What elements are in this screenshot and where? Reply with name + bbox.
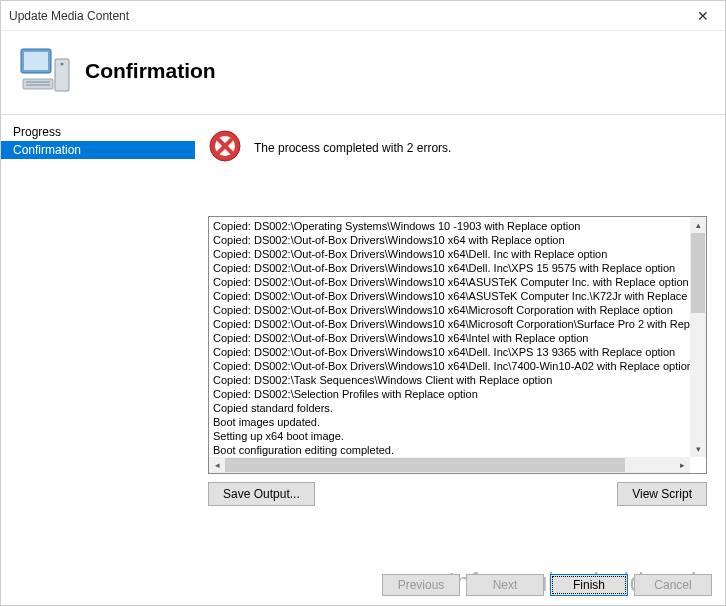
log-line: Copied: DS002:\Operating Systems\Windows… bbox=[213, 219, 702, 233]
finish-button[interactable]: Finish bbox=[550, 574, 628, 596]
vscroll-track[interactable] bbox=[690, 233, 706, 441]
log-line: Boot images updated. bbox=[213, 415, 702, 429]
close-icon: ✕ bbox=[697, 8, 709, 24]
titlebar: Update Media Content ✕ bbox=[1, 1, 725, 31]
log-line: Copied: DS002:\Out-of-Box Drivers\Window… bbox=[213, 345, 702, 359]
view-script-button[interactable]: View Script bbox=[617, 482, 707, 506]
sidebar-item-confirmation[interactable]: Confirmation bbox=[1, 141, 195, 159]
svg-rect-1 bbox=[24, 52, 48, 70]
log-line: Copied: DS002:\Out-of-Box Drivers\Window… bbox=[213, 359, 702, 373]
vscroll-thumb[interactable] bbox=[691, 233, 705, 313]
log-line: Setting up x64 boot image. bbox=[213, 429, 702, 443]
previous-button: Previous bbox=[382, 574, 460, 596]
vertical-scrollbar[interactable]: ▴ ▾ bbox=[690, 217, 706, 457]
content-area: The process completed with 2 errors. Cop… bbox=[196, 115, 725, 506]
log-line: Copied: DS002:\Out-of-Box Drivers\Window… bbox=[213, 233, 702, 247]
log-line: Copied: DS002:\Out-of-Box Drivers\Window… bbox=[213, 275, 702, 289]
scroll-right-icon[interactable]: ▸ bbox=[674, 457, 690, 473]
svg-rect-5 bbox=[26, 81, 50, 83]
svg-rect-6 bbox=[26, 84, 50, 86]
log-line: Copied: DS002:\Out-of-Box Drivers\Window… bbox=[213, 289, 702, 303]
hscroll-track[interactable] bbox=[225, 457, 674, 473]
wizard-header: Confirmation bbox=[1, 31, 725, 114]
status-message: The process completed with 2 errors. bbox=[254, 141, 451, 155]
computer-icon bbox=[19, 45, 71, 96]
horizontal-scrollbar[interactable]: ◂ ▸ bbox=[209, 457, 690, 473]
scroll-up-icon[interactable]: ▴ bbox=[690, 217, 706, 233]
scroll-left-icon[interactable]: ◂ bbox=[209, 457, 225, 473]
page-title: Confirmation bbox=[85, 59, 216, 83]
log-line: Copied: DS002:\Out-of-Box Drivers\Window… bbox=[213, 303, 702, 317]
save-output-button[interactable]: Save Output... bbox=[208, 482, 315, 506]
wizard-nav: Progress Confirmation bbox=[1, 115, 196, 506]
hscroll-thumb[interactable] bbox=[225, 458, 625, 472]
log-line: Boot configuration editing completed. bbox=[213, 443, 702, 457]
wizard-footer: Previous Next Finish Cancel bbox=[382, 574, 712, 596]
sidebar-item-progress[interactable]: Progress bbox=[1, 123, 195, 141]
next-button: Next bbox=[466, 574, 544, 596]
window-title: Update Media Content bbox=[9, 9, 129, 23]
output-log[interactable]: Copied: DS002:\Operating Systems\Windows… bbox=[208, 216, 707, 474]
close-button[interactable]: ✕ bbox=[680, 1, 725, 31]
log-line: Copied: DS002:\Selection Profiles with R… bbox=[213, 387, 702, 401]
cancel-button: Cancel bbox=[634, 574, 712, 596]
status-row: The process completed with 2 errors. bbox=[208, 129, 707, 166]
log-line: Copied: DS002:\Out-of-Box Drivers\Window… bbox=[213, 331, 702, 345]
log-line: Copied standard folders. bbox=[213, 401, 702, 415]
log-line: Copied: DS002:\Out-of-Box Drivers\Window… bbox=[213, 317, 702, 331]
svg-point-3 bbox=[61, 63, 64, 66]
log-line: Copied: DS002:\Task Sequences\Windows Cl… bbox=[213, 373, 702, 387]
log-line: Copied: DS002:\Out-of-Box Drivers\Window… bbox=[213, 261, 702, 275]
error-icon bbox=[208, 129, 242, 166]
log-line: Copied: DS002:\Out-of-Box Drivers\Window… bbox=[213, 247, 702, 261]
scroll-down-icon[interactable]: ▾ bbox=[690, 441, 706, 457]
